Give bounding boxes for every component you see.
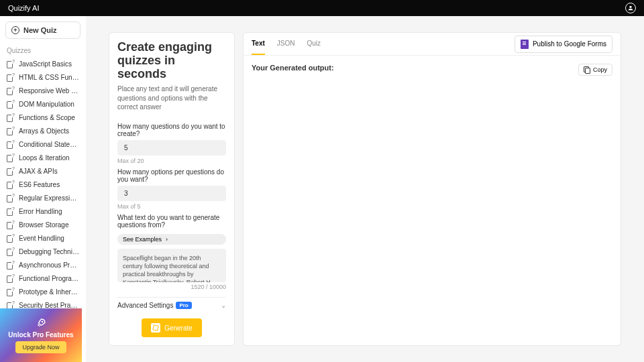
output-panel: TextJSONQuiz Publish to Google Forms You… xyxy=(243,32,621,346)
sidebar: + New Quiz Quizzes JavaScript BasicsHTML… xyxy=(0,16,86,362)
create-heading: Create engaging quizzes in seconds xyxy=(117,41,226,80)
quiz-icon xyxy=(7,261,15,269)
sidebar-quiz-item[interactable]: Functional Programming C... xyxy=(0,272,86,285)
chevron-right-icon: › xyxy=(166,236,168,243)
user-avatar[interactable] xyxy=(625,3,636,13)
quiz-label: DOM Manipulation xyxy=(19,101,74,108)
sidebar-quiz-item[interactable]: Conditional Statements xyxy=(0,137,86,151)
quiz-icon xyxy=(7,180,15,188)
publish-button[interactable]: Publish to Google Forms xyxy=(515,36,612,53)
main-area: Create engaging quizzes in seconds Place… xyxy=(86,16,644,362)
quiz-icon xyxy=(7,221,15,229)
quiz-label: Debugging Techniques xyxy=(19,248,79,255)
output-title: Your Generated output: xyxy=(252,64,334,72)
pro-title: Unlock Pro Features xyxy=(8,331,73,339)
tab-json[interactable]: JSON xyxy=(277,33,295,55)
sidebar-quiz-item[interactable]: Prototype & Inheritance xyxy=(0,285,86,298)
quiz-label: Security Best Practices xyxy=(19,302,79,309)
sidebar-quiz-item[interactable]: ES6 Features xyxy=(0,178,86,191)
sidebar-quiz-item[interactable]: Asynchronous Programming xyxy=(0,258,86,272)
quiz-icon xyxy=(7,274,15,282)
new-quiz-button[interactable]: + New Quiz xyxy=(5,21,80,39)
quiz-label: ES6 Features xyxy=(19,181,60,188)
sidebar-quiz-item[interactable]: AJAX & APIs xyxy=(0,164,86,178)
upgrade-button[interactable]: Upgrade Now xyxy=(15,341,66,353)
sidebar-quiz-item[interactable]: Error Handling xyxy=(0,204,86,218)
quiz-label: Functional Programming C... xyxy=(19,275,79,282)
question-count-input[interactable] xyxy=(117,140,226,156)
quiz-label: Arrays & Objects xyxy=(19,127,69,135)
option-count-label: How many options per questions do you wa… xyxy=(117,168,226,183)
output-tabs-row: TextJSONQuiz Publish to Google Forms xyxy=(244,33,621,56)
quiz-label: Browser Storage xyxy=(19,221,68,229)
examples-label: See Examples xyxy=(123,236,162,243)
quiz-label: Regular Expressions xyxy=(19,194,79,202)
output-area: Your Generated output: Copy xyxy=(244,56,621,84)
generate-icon xyxy=(151,323,160,333)
sidebar-section-label: Quizzes xyxy=(0,44,86,57)
user-icon xyxy=(627,5,634,11)
quiz-label: Prototype & Inheritance xyxy=(19,288,79,296)
create-panel: Create engaging quizzes in seconds Place… xyxy=(109,32,235,346)
quiz-label: Event Handling xyxy=(19,235,64,242)
sidebar-quiz-item[interactable]: Arrays & Objects xyxy=(0,124,86,137)
google-forms-icon xyxy=(521,40,529,49)
quiz-icon xyxy=(7,207,15,215)
app-title: Quizify AI xyxy=(8,4,39,12)
sidebar-quiz-item[interactable]: Debugging Techniques xyxy=(0,245,86,258)
quiz-icon xyxy=(7,167,15,175)
copy-icon xyxy=(584,66,590,73)
advanced-label: Advanced Settings xyxy=(117,302,173,309)
question-count-label: How many questions do you want to create… xyxy=(117,123,226,137)
quiz-icon xyxy=(7,154,15,162)
sidebar-quiz-item[interactable]: HTML & CSS Fundamentals xyxy=(0,70,86,84)
generate-label: Generate xyxy=(164,324,193,332)
quiz-label: Error Handling xyxy=(19,208,62,215)
quiz-icon xyxy=(7,60,15,68)
source-text-label: What text do you want to generate questi… xyxy=(117,214,226,229)
quiz-icon xyxy=(7,73,15,81)
chevron-down-icon: ⌄ xyxy=(221,302,226,309)
sidebar-quiz-item[interactable]: Event Handling xyxy=(0,231,86,245)
quiz-icon xyxy=(7,288,15,296)
quiz-icon xyxy=(7,86,15,95)
copy-button[interactable]: Copy xyxy=(578,64,612,76)
char-counter: 1520 / 10000 xyxy=(117,284,226,290)
sidebar-quiz-item[interactable]: Regular Expressions xyxy=(0,191,86,204)
option-count-hint: Max of 5 xyxy=(117,203,226,210)
quiz-icon xyxy=(7,234,15,242)
see-examples-button[interactable]: See Examples › xyxy=(117,234,226,245)
pro-badge: Pro xyxy=(176,302,191,309)
option-count-input[interactable] xyxy=(117,186,226,201)
tab-text[interactable]: Text xyxy=(252,33,265,55)
output-tabs: TextJSONQuiz xyxy=(252,33,321,55)
sidebar-quiz-item[interactable]: JavaScript Basics xyxy=(0,57,86,70)
tab-quiz[interactable]: Quiz xyxy=(307,33,321,55)
quiz-label: Loops & Iteration xyxy=(19,154,70,162)
topbar: Quizify AI xyxy=(0,0,644,16)
sidebar-quiz-item[interactable]: Functions & Scope xyxy=(0,111,86,124)
quiz-label: Responsive Web Design xyxy=(19,87,79,95)
publish-label: Publish to Google Forms xyxy=(533,40,606,48)
rocket-icon xyxy=(36,318,46,328)
quiz-icon xyxy=(7,113,15,121)
quiz-icon xyxy=(7,247,15,255)
sidebar-quiz-item[interactable]: DOM Manipulation xyxy=(0,97,86,111)
advanced-settings-toggle[interactable]: Advanced Settings Pro ⌄ xyxy=(117,297,226,309)
quiz-label: HTML & CSS Fundamentals xyxy=(19,74,79,81)
quiz-label: Functions & Scope xyxy=(19,114,75,121)
quiz-label: JavaScript Basics xyxy=(19,60,72,68)
create-subheading: Place any text and it will generate ques… xyxy=(117,84,226,112)
sidebar-quiz-item[interactable]: Responsive Web Design xyxy=(0,84,86,97)
svg-point-0 xyxy=(629,6,631,8)
pro-upsell: Unlock Pro Features Upgrade Now xyxy=(0,308,82,362)
quiz-label: Asynchronous Programming xyxy=(19,261,79,269)
source-text-input[interactable] xyxy=(117,249,226,282)
sidebar-quiz-item[interactable]: Loops & Iteration xyxy=(0,151,86,164)
quiz-label: AJAX & APIs xyxy=(19,168,58,175)
quiz-icon xyxy=(7,100,15,108)
quiz-icon xyxy=(7,140,15,148)
sidebar-quiz-item[interactable]: Browser Storage xyxy=(0,218,86,231)
generate-button[interactable]: Generate xyxy=(142,318,202,337)
quiz-icon xyxy=(7,194,15,202)
